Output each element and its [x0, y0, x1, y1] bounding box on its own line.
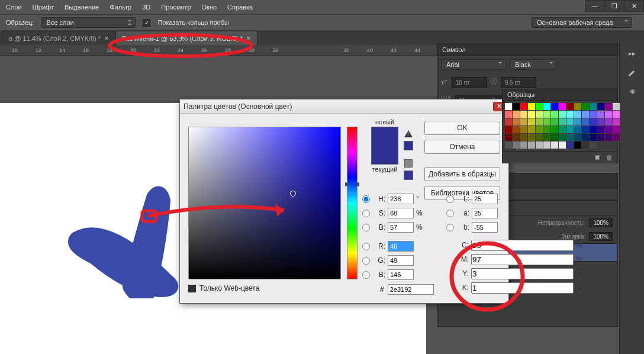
swatch-cell[interactable]: [559, 141, 566, 149]
swatch-cell[interactable]: [513, 118, 520, 125]
swatch-cell[interactable]: [582, 141, 589, 149]
swatch-cell[interactable]: [528, 141, 535, 149]
h-radio[interactable]: [362, 195, 370, 203]
k-field[interactable]: [471, 282, 574, 294]
fill-field[interactable]: 100%: [589, 232, 613, 241]
swatch-cell[interactable]: [590, 103, 597, 110]
tab-close-icon[interactable]: ×: [246, 34, 251, 43]
swatch-cell[interactable]: [520, 141, 527, 149]
leading-field[interactable]: 9,5 пт: [501, 77, 536, 88]
swatch-cell[interactable]: [536, 126, 543, 133]
swatch-cell[interactable]: [520, 103, 527, 110]
workspace-dropdown[interactable]: Основная рабочая среда: [532, 17, 632, 28]
b-field[interactable]: [388, 222, 414, 233]
a-field[interactable]: [472, 208, 498, 218]
swatch-cell[interactable]: [574, 103, 581, 110]
gamut-warning-icon[interactable]: [404, 129, 413, 139]
swatch-cell[interactable]: [574, 111, 581, 118]
menu-select[interactable]: Выделение: [65, 4, 99, 11]
gamut-swatch[interactable]: [404, 141, 413, 150]
swatch-cell[interactable]: [613, 111, 620, 118]
swatch-cell[interactable]: [536, 111, 543, 118]
m-field[interactable]: [471, 254, 574, 265]
swatch-cell[interactable]: [597, 111, 604, 118]
font-family-dropdown[interactable]: Arial: [441, 59, 506, 70]
swatch-cell[interactable]: [528, 126, 535, 133]
h-field[interactable]: [388, 194, 414, 204]
sat-cursor[interactable]: [290, 191, 296, 197]
s-field[interactable]: [388, 208, 414, 218]
swatch-cell[interactable]: [559, 103, 566, 110]
swatch-cell[interactable]: [566, 118, 574, 125]
swatch-cell[interactable]: [559, 118, 566, 125]
swatch-cell[interactable]: [520, 118, 527, 125]
swatch-cell[interactable]: [505, 118, 512, 125]
sample-ring-checkbox[interactable]: [143, 19, 150, 27]
swatch-cell[interactable]: [513, 103, 520, 110]
swatch-cell[interactable]: [551, 126, 558, 133]
clone-source-icon[interactable]: ⊕: [620, 82, 644, 101]
swatch-cell[interactable]: [505, 134, 512, 141]
swatch-cell[interactable]: [613, 118, 620, 125]
swatch-cell[interactable]: [513, 141, 520, 149]
hue-slider-arrows[interactable]: ▶◀: [345, 181, 359, 187]
swatch-cell[interactable]: [582, 103, 589, 110]
y-field[interactable]: [471, 268, 574, 279]
expand-panel-icon[interactable]: ▸▸: [620, 44, 644, 63]
swatch-cell[interactable]: [520, 134, 527, 141]
l-radio[interactable]: [446, 195, 454, 203]
swatch-cell[interactable]: [574, 134, 581, 141]
opacity-field[interactable]: 100%: [589, 218, 613, 227]
swatch-cell[interactable]: [528, 118, 535, 125]
swatch-cell[interactable]: [528, 111, 535, 118]
s-radio[interactable]: [362, 210, 370, 217]
swatch-cell[interactable]: [528, 103, 535, 110]
l-field[interactable]: [472, 194, 498, 204]
swatch-cell[interactable]: [505, 103, 512, 110]
font-style-dropdown[interactable]: Black: [510, 59, 557, 70]
swatch-cell[interactable]: [566, 111, 574, 118]
swatch-cell[interactable]: [566, 134, 574, 141]
swatch-cell[interactable]: [605, 103, 612, 110]
swatch-cell[interactable]: [513, 134, 520, 141]
g-field[interactable]: [388, 255, 414, 266]
swatch-cell[interactable]: [566, 141, 574, 149]
document-tab-active[interactable]: Без имени-1 @ 63,3% (Слой 3, RGB/8) * ×: [115, 31, 257, 45]
swatch-cell[interactable]: [574, 118, 581, 125]
c-field[interactable]: [471, 240, 574, 251]
swatch-cell[interactable]: [551, 118, 558, 125]
lab-b-field[interactable]: [472, 222, 498, 233]
window-minimize-button[interactable]: —: [585, 0, 605, 12]
bv-field[interactable]: [388, 269, 414, 280]
swatch-cell[interactable]: [605, 111, 612, 118]
g-radio[interactable]: [362, 257, 370, 265]
swatch-cell[interactable]: [605, 126, 612, 133]
color-picker-titlebar[interactable]: Палитра цветов (Основной цвет) ✕: [180, 99, 508, 114]
swatch-cell[interactable]: [590, 126, 597, 133]
swatch-cell[interactable]: [613, 126, 620, 133]
swatch-cell[interactable]: [543, 134, 550, 141]
character-tab[interactable]: Символ: [437, 44, 617, 56]
websafe-warning-icon[interactable]: [404, 159, 413, 168]
swatch-cell[interactable]: [582, 134, 589, 141]
swatch-cell[interactable]: [543, 141, 550, 149]
add-swatch-button[interactable]: Добавить в образцы: [424, 167, 500, 181]
bv-radio[interactable]: [362, 271, 370, 279]
lab-b-radio[interactable]: [446, 224, 454, 231]
tab-close-icon[interactable]: ×: [104, 34, 109, 43]
swatch-cell[interactable]: [528, 134, 535, 141]
swatch-cell[interactable]: [590, 141, 597, 149]
swatch-cell[interactable]: [559, 134, 566, 141]
swatch-cell[interactable]: [566, 126, 574, 133]
swatch-cell[interactable]: [582, 126, 589, 133]
swatch-cell[interactable]: [551, 103, 558, 110]
hue-slider[interactable]: [347, 127, 358, 279]
swatch-cell[interactable]: [605, 134, 612, 141]
hex-field[interactable]: [388, 284, 434, 295]
sample-dropdown[interactable]: Все слои: [41, 17, 136, 28]
swatch-cell[interactable]: [597, 118, 604, 125]
menu-window[interactable]: Окно: [202, 4, 217, 11]
swatch-cell[interactable]: [551, 111, 558, 118]
swatch-cell[interactable]: [574, 141, 581, 149]
swatch-cell[interactable]: [505, 126, 512, 133]
